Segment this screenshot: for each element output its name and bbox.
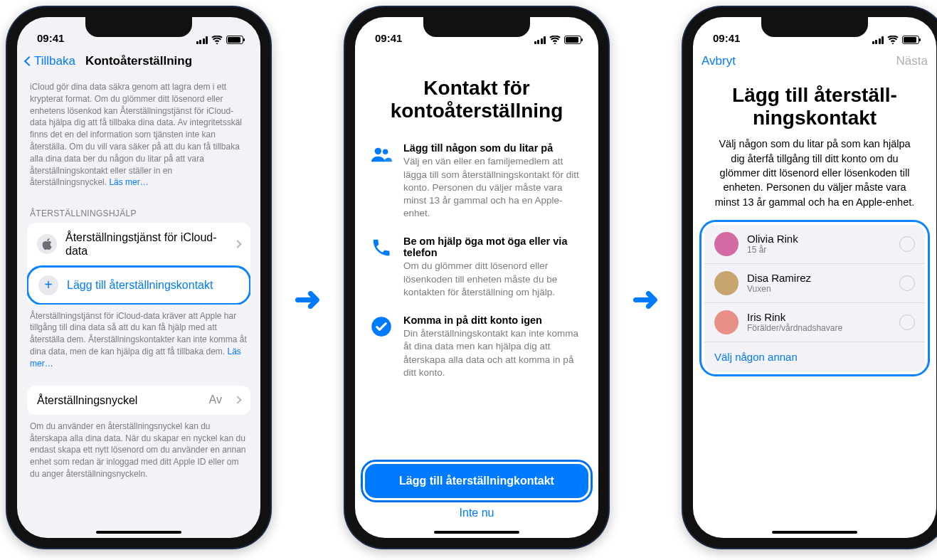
checkmark-circle-icon [371,315,392,379]
feature-body: Om du glömmer ditt lösenord eller lösenk… [403,260,583,299]
help-footer-note: Återställningstjänst för iCloud-data krä… [27,305,250,376]
row-label: Lägg till återställningskontakt [67,278,239,292]
feature-ask-for-help: Be om hjälp öga mot öga eller via telefo… [371,236,583,299]
row-icloud-recovery-service[interactable]: Återställningstjänst för iCloud-data [27,223,250,265]
page-description: Välj någon som du litar på som kan hjälp… [703,137,926,223]
nav-bar: Tillbaka Kontoåterställning [17,46,260,77]
row-label: Återställningstjänst för iCloud-data [65,231,226,258]
radio-unselected[interactable] [899,315,915,330]
row-add-recovery-contact[interactable]: + Lägg till återställningskontakt [27,265,250,305]
svg-point-1 [383,149,388,155]
contact-row[interactable]: Iris Rink Förälder/vårdnadshavare [704,302,925,342]
contact-name: Iris Rink [747,311,891,323]
notch [423,17,530,37]
feature-title: Komma in på ditt konto igen [403,315,583,326]
chevron-right-icon [233,396,241,403]
contact-sub: Förälder/vårdnadshavare [747,323,891,333]
contacts-selection-group: Olivia Rink 15 år Disa Ramirez Vuxen [703,223,926,373]
choose-someone-else-button[interactable]: Välj någon annan [704,342,925,371]
intro-learn-more-link[interactable]: Läs mer… [109,177,148,187]
feature-regain-access: Komma in på ditt konto igen Din återstäl… [371,315,583,379]
key-footer-note: Om du använder en återställningsnyckel k… [27,415,250,486]
back-label: Tillbaka [34,54,75,68]
status-time: 09:41 [713,32,740,44]
wifi-icon [549,36,561,44]
radio-unselected[interactable] [899,275,915,291]
contact-sub: Vuxen [747,284,891,294]
wifi-icon [211,36,223,44]
avatar [714,271,739,295]
plus-icon: + [38,275,58,295]
wifi-icon [887,36,899,44]
phone-2: 09:41 Kontakt för kontoåterställning Läg… [345,7,608,548]
signal-icon [534,36,546,44]
phone-1: 09:41 Tillbaka Kontoåterställning iCloud… [7,7,270,548]
arrow-icon: ➜ [632,280,660,318]
feature-title: Be om hjälp öga mot öga eller via telefo… [403,236,583,258]
feature-body: Välj en vän eller en familjemedlem att l… [403,155,583,220]
svg-point-0 [375,148,381,154]
row-label: Återställningsnyckel [37,393,201,407]
cancel-button[interactable]: Avbryt [702,54,736,68]
contact-row[interactable]: Olivia Rink 15 år [704,225,925,263]
battery-icon [564,36,581,44]
signal-icon [196,36,208,44]
phone-3: 09:41 Avbryt Nästa Lägg till återställ-n… [683,7,937,548]
not-now-button[interactable]: Inte nu [365,498,588,528]
chevron-left-icon [24,56,34,66]
feature-body: Din återställningskontakt kan inte komma… [403,327,583,379]
section-header-recovery-help: ÅTERSTÄLLNINGSHJÄLP [27,197,250,223]
feature-trusted-person: Lägg till någon som du litar på Välj en … [371,142,583,220]
row-value: Av [209,393,222,406]
contact-row[interactable]: Disa Ramirez Vuxen [704,263,925,302]
status-time: 09:41 [375,32,402,44]
notch [85,17,192,37]
phone-icon [371,236,392,299]
contact-sub: 15 år [747,245,891,255]
notch [761,17,868,37]
status-time: 09:41 [37,32,64,44]
page-title: Lägg till återställ-ningskontakt [703,77,926,137]
chevron-right-icon [233,241,241,248]
intro-text: iCloud gör dina data säkra genom att lag… [27,77,250,197]
home-indicator [434,531,519,534]
next-button[interactable]: Nästa [896,54,928,68]
back-button[interactable]: Tillbaka [26,54,75,68]
contact-name: Disa Ramirez [747,272,891,284]
nav-bar: Avbryt Nästa [693,46,936,77]
battery-icon [902,36,919,44]
battery-icon [226,36,243,44]
home-indicator [96,531,181,534]
apple-icon [37,234,57,254]
contact-name: Olivia Rink [747,233,891,245]
signal-icon [872,36,884,44]
home-indicator [772,531,857,534]
arrow-icon: ➜ [294,280,322,318]
feature-title: Lägg till någon som du litar på [403,142,583,154]
page-title: Kontakt för kontoåterställning [365,51,588,130]
people-icon [371,142,392,220]
add-recovery-contact-button[interactable]: Lägg till återställningkontakt [365,464,588,498]
avatar [714,232,739,256]
avatar [714,310,739,334]
radio-unselected[interactable] [899,236,915,252]
row-recovery-key[interactable]: Återställningsnyckel Av [27,386,250,415]
